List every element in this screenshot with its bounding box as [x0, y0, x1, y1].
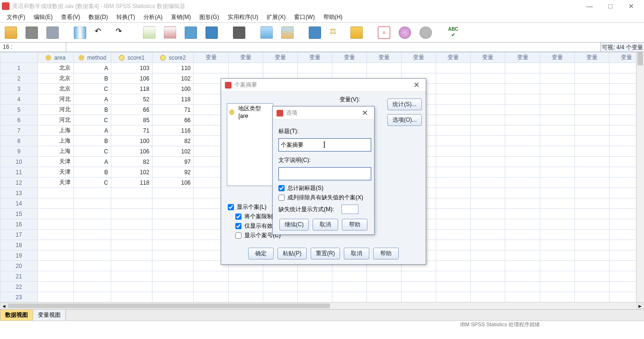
split-file-button[interactable]	[307, 25, 323, 41]
cell[interactable]	[471, 63, 505, 73]
cell-reference[interactable]: 16 :	[0, 43, 66, 52]
row-number[interactable]: 22	[0, 282, 38, 292]
cell[interactable]: A	[74, 63, 111, 73]
cell[interactable]	[228, 282, 263, 292]
cell[interactable]	[436, 146, 471, 157]
cell[interactable]	[574, 250, 609, 261]
cell[interactable]: 106	[111, 73, 152, 84]
cell[interactable]	[436, 84, 471, 94]
cell[interactable]	[297, 63, 332, 73]
cell[interactable]: B	[74, 73, 111, 84]
cell[interactable]: B	[74, 105, 111, 115]
cell[interactable]: 118	[111, 178, 152, 188]
cell[interactable]	[471, 240, 505, 250]
cell[interactable]	[574, 219, 609, 230]
help-button[interactable]: 帮助	[373, 248, 399, 259]
cell[interactable]	[74, 261, 111, 271]
cell[interactable]: 66	[152, 115, 194, 125]
statistics-button[interactable]: 统计(S)...	[387, 98, 422, 110]
cell[interactable]	[574, 188, 609, 198]
open-file-button[interactable]	[3, 25, 19, 41]
cell[interactable]	[574, 240, 609, 250]
cell[interactable]: A	[74, 125, 111, 136]
cell[interactable]	[505, 271, 540, 282]
cell[interactable]: 102	[152, 73, 194, 84]
cell[interactable]	[574, 157, 609, 167]
empty-column-header[interactable]: 变量	[367, 53, 402, 63]
cell[interactable]	[74, 230, 111, 240]
cell[interactable]: C	[74, 178, 111, 188]
cell[interactable]	[37, 240, 74, 250]
window-close-button[interactable]: ✕	[626, 2, 636, 10]
cell[interactable]	[436, 94, 471, 105]
weight-cases-button[interactable]: ⚖	[328, 25, 344, 41]
cell[interactable]	[574, 230, 609, 240]
cell[interactable]: 北京	[37, 84, 74, 94]
cell[interactable]: A	[74, 157, 111, 167]
cell[interactable]	[574, 292, 609, 303]
row-number[interactable]: 2	[0, 73, 38, 84]
cell[interactable]	[436, 209, 471, 219]
empty-column-header[interactable]: 变量	[574, 53, 609, 63]
ok-button[interactable]: 确定	[248, 248, 274, 259]
cell[interactable]	[471, 136, 505, 146]
cell[interactable]	[152, 219, 194, 230]
menu-v[interactable]: 查看(V)	[57, 12, 84, 22]
cell[interactable]	[505, 188, 540, 198]
cell[interactable]	[111, 271, 152, 282]
cell[interactable]	[505, 84, 540, 94]
cell[interactable]	[540, 198, 574, 209]
paste-button[interactable]: 粘贴(P)	[277, 248, 307, 259]
run-button[interactable]	[204, 25, 220, 41]
cell[interactable]	[505, 250, 540, 261]
cell[interactable]	[111, 240, 152, 250]
cell[interactable]	[436, 250, 471, 261]
cell[interactable]: 北京	[37, 73, 74, 84]
cell[interactable]: C	[74, 84, 111, 94]
cell[interactable]	[74, 219, 111, 230]
cell[interactable]: 106	[152, 178, 194, 188]
cell[interactable]	[297, 292, 332, 303]
row-number[interactable]: 20	[0, 261, 38, 271]
cell[interactable]	[436, 240, 471, 250]
cell[interactable]	[540, 282, 574, 292]
cell[interactable]	[152, 271, 194, 282]
cell[interactable]: 天津	[37, 157, 74, 167]
column-header-score2[interactable]: score2	[152, 53, 194, 63]
spellcheck-button[interactable]: ABC✔	[445, 25, 461, 41]
empty-column-header[interactable]: 变量	[540, 53, 574, 63]
cell[interactable]: 100	[152, 84, 194, 94]
scroll-left-icon[interactable]: ◄	[0, 303, 8, 309]
cell[interactable]	[540, 292, 574, 303]
row-number[interactable]: 8	[0, 136, 38, 146]
insert-variable-button[interactable]	[279, 25, 295, 41]
cell[interactable]	[471, 115, 505, 125]
dialog-close-button[interactable]: ✕	[359, 108, 370, 117]
cell[interactable]: 106	[111, 146, 152, 157]
cell[interactable]	[505, 167, 540, 178]
cell[interactable]	[152, 261, 194, 271]
goto-case-button[interactable]	[141, 25, 157, 41]
cell[interactable]	[194, 282, 228, 292]
cell[interactable]: C	[74, 146, 111, 157]
cell[interactable]: A	[74, 94, 111, 105]
cell[interactable]	[505, 292, 540, 303]
menu-m[interactable]: 直销(M)	[167, 12, 195, 22]
window-maximize-button[interactable]: □	[605, 2, 616, 10]
cell[interactable]	[471, 157, 505, 167]
cell[interactable]	[540, 94, 574, 105]
cell[interactable]	[505, 105, 540, 115]
cell[interactable]	[402, 282, 436, 292]
row-number[interactable]: 14	[0, 198, 38, 209]
table-row[interactable]: 21	[0, 271, 644, 282]
cell[interactable]	[505, 73, 540, 84]
table-row[interactable]: 1北京A103110	[0, 63, 644, 73]
recall-dialog-button[interactable]	[72, 25, 88, 41]
cell[interactable]	[540, 178, 574, 188]
cell[interactable]	[540, 157, 574, 167]
cell[interactable]	[540, 105, 574, 115]
cell[interactable]	[111, 188, 152, 198]
empty-column-header[interactable]: 变量	[505, 53, 540, 63]
cell[interactable]	[111, 219, 152, 230]
empty-column-header[interactable]: 变量	[194, 53, 228, 63]
